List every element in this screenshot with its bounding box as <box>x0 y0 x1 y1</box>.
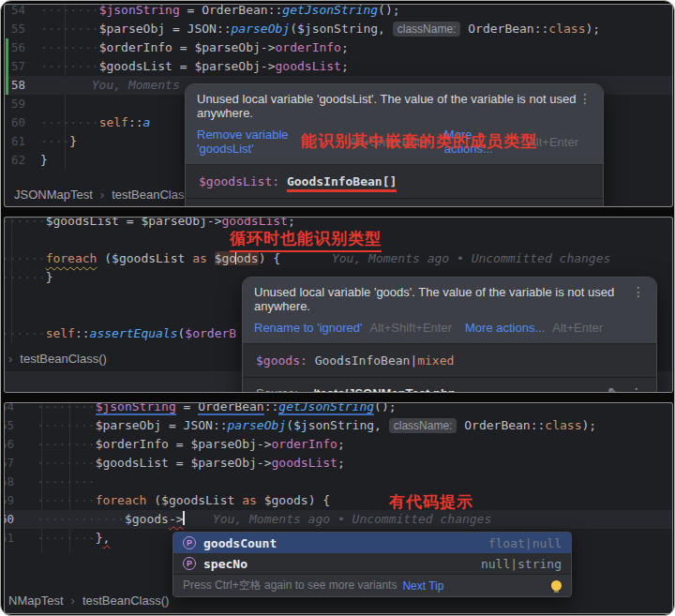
completion-type: null|string <box>481 557 562 571</box>
line-number[interactable]: 62 <box>5 151 37 170</box>
editor-panel-1: 54········$jsonString = OrderBean::getJs… <box>5 5 672 206</box>
chevron-icon: › <box>100 188 104 202</box>
code-line[interactable]: 55········$parseObj = JSON::parseObj($js… <box>5 416 672 435</box>
chevron-icon: › <box>71 593 75 608</box>
line-number[interactable]: 59 <box>5 491 14 510</box>
source-row: Source: .../tests/JSONMapTest.php ✎ ⋮ <box>186 199 603 206</box>
breadcrumb: NMapTest › testBeanClass() <box>8 591 169 609</box>
breadcrumb: JSONMapTest › testBeanClass() <box>14 185 199 203</box>
tooltip-header: Unused local variable 'goodsList'. The v… <box>186 84 603 165</box>
breadcrumb-method[interactable]: testBeanClass() <box>82 593 169 608</box>
editor-panel-2: ········$goodsList = $parseObj->goodsLis… <box>5 218 672 392</box>
code-area[interactable]: 54········$jsonString = OrderBean::getJs… <box>5 403 672 548</box>
line-number[interactable]: 60 <box>5 113 37 132</box>
completion-footer: Press Ctrl+空格 again to see more variants… <box>173 574 571 596</box>
code-line[interactable]: 57········$goodsList = $parseObj->goodsL… <box>5 454 672 473</box>
source-label: Source: <box>256 386 298 393</box>
rename-link[interactable]: Rename to 'ignored' <box>254 321 363 335</box>
property-icon: P <box>183 536 196 549</box>
source-row: Source: .../tests/JSONMapTest.php ✎ ⋮ <box>243 378 656 392</box>
completion-hint-text: Press Ctrl+空格 again to see more variants <box>183 578 397 593</box>
more-actions-link[interactable]: More actions... <box>465 321 545 335</box>
completion-item-specno[interactable]: P specNo null|string <box>173 553 571 574</box>
completion-name: goodsCount <box>203 536 277 550</box>
line-number[interactable]: 55 <box>5 416 14 435</box>
lightbulb-icon <box>551 580 562 591</box>
kebab-menu-icon[interactable]: ⋮ <box>632 285 645 298</box>
kebab-menu-icon[interactable]: ⋮ <box>578 92 592 105</box>
edit-icon[interactable]: ✎ <box>608 385 619 392</box>
breadcrumb-class[interactable]: NMapTest <box>8 593 64 608</box>
code-line[interactable]: 56········$orderInfo = $parseObj->orderI… <box>5 38 672 57</box>
inspection-tooltip: Unused local variable 'goods'. The value… <box>242 277 657 392</box>
line-number[interactable]: 56 <box>5 435 14 454</box>
chevron-icon: › <box>8 352 12 366</box>
line-number[interactable]: 61 <box>5 529 14 548</box>
line-number[interactable]: 59 <box>5 95 37 113</box>
line-number[interactable]: 54 <box>5 403 14 416</box>
completion-type: float|null <box>488 536 562 550</box>
code-line[interactable]: ········foreach ($goodsList as $goods) {… <box>5 249 672 268</box>
code-line[interactable]: 56········$orderInfo = $parseObj->orderI… <box>5 435 672 454</box>
change-marker <box>6 38 8 57</box>
tooltip-header: Unused local variable 'goods'. The value… <box>243 278 656 344</box>
code-line[interactable]: 60············$goods-> You, Moments ago … <box>5 510 672 529</box>
line-number[interactable]: 60 <box>5 510 14 529</box>
code-line[interactable]: 54········$jsonString = OrderBean::getJs… <box>5 403 672 416</box>
editor-panel-3: 54········$jsonString = OrderBean::getJs… <box>5 403 672 613</box>
property-icon: P <box>183 557 196 570</box>
red-annotation: 有代码提示 <box>389 494 473 512</box>
code-line[interactable]: 55········$parseObj = JSON::parseObj($js… <box>5 20 672 38</box>
line-number[interactable]: 57 <box>5 454 14 473</box>
line-number[interactable]: 57 <box>5 57 37 76</box>
breadcrumb: › testBeanClass() <box>8 349 107 368</box>
shortcut-hint: Alt+Shift+Enter <box>370 321 452 335</box>
breadcrumb-method[interactable]: testBeanClass() <box>20 352 106 366</box>
shortcut-hint: Alt+Enter <box>552 321 603 335</box>
line-number[interactable]: 61 <box>5 132 37 151</box>
next-tip-link[interactable]: Next Tip <box>402 579 443 593</box>
change-marker <box>6 76 8 95</box>
change-marker <box>6 57 8 76</box>
inspection-message: Unused local variable 'goods'. The value… <box>254 285 632 313</box>
type-info-row: $goodsList: GoodsInfoBean[] <box>186 165 603 199</box>
code-line[interactable]: ········$goodsList = $parseObj->goodsLis… <box>5 218 672 231</box>
red-annotation: 能识别其中嵌套的类的成员类型 <box>301 133 537 151</box>
completion-name: specNo <box>203 557 248 571</box>
completion-item-goodscount[interactable]: P goodsCount float|null <box>173 533 571 553</box>
type-info-row: $goods: GoodsInfoBean|mixed <box>243 344 656 378</box>
line-number[interactable]: 56 <box>5 38 37 57</box>
line-number[interactable]: 55 <box>5 20 37 38</box>
line-number[interactable]: 58 <box>5 473 14 491</box>
code-line[interactable]: 57········$goodsList = $parseObj->goodsL… <box>5 57 672 76</box>
code-line[interactable]: 59········foreach ($goodsList as $goods)… <box>5 491 672 510</box>
line-number[interactable]: 58 <box>5 76 37 95</box>
stacked-editor-screenshots: 54········$jsonString = OrderBean::getJs… <box>0 0 675 616</box>
code-line[interactable]: 58········ <box>5 473 672 491</box>
code-line[interactable]: 54········$jsonString = OrderBean::getJs… <box>5 5 672 20</box>
breadcrumb-class[interactable]: JSONMapTest <box>14 188 93 202</box>
completion-popup: P goodsCount float|null P specNo null|st… <box>172 532 572 597</box>
source-path[interactable]: .../tests/JSONMapTest.php <box>303 386 456 393</box>
line-number[interactable]: 54 <box>5 5 37 20</box>
red-annotation: 循环时也能识别类型 <box>230 231 382 252</box>
kebab-menu-icon[interactable]: ⋮ <box>630 386 643 392</box>
inspection-message: Unused local variable 'goodsList'. The v… <box>197 92 578 120</box>
